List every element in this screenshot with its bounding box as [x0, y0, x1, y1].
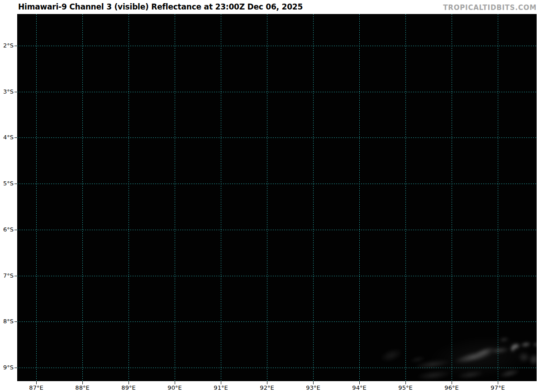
lon-tick-label: 93°E	[300, 384, 327, 392]
grid-line-latitude	[17, 137, 537, 138]
lon-tick-label: 90°E	[161, 384, 188, 392]
lon-tick-mark	[82, 381, 83, 384]
satellite-image-viewer: Himawari-9 Channel 3 (visible) Reflectan…	[0, 0, 543, 392]
lon-tick-mark	[313, 381, 314, 384]
grid-line-longitude	[498, 14, 498, 381]
cloud-blob	[533, 342, 537, 347]
grid-line-longitude	[452, 14, 452, 381]
lat-tick-label: 4°S	[0, 134, 14, 141]
lon-tick-mark	[267, 381, 267, 384]
grid-line-longitude	[129, 14, 129, 381]
grid-line-longitude	[36, 14, 37, 381]
lon-tick-mark	[405, 381, 406, 384]
cloud-blob	[378, 346, 405, 365]
lat-tick-label: 2°S	[0, 42, 14, 49]
lat-tick-mark	[14, 92, 17, 92]
lon-tick-label: 91°E	[207, 384, 234, 392]
cloud-blob	[416, 369, 451, 381]
lat-tick-mark	[14, 276, 17, 276]
lat-tick-label: 6°S	[0, 226, 14, 233]
lat-tick-mark	[14, 321, 17, 322]
lat-tick-mark	[14, 368, 17, 368]
grid-line-longitude	[82, 14, 83, 381]
lat-tick-mark	[14, 46, 17, 46]
lon-tick-label: 92°E	[253, 384, 281, 392]
lon-tick-mark	[36, 381, 37, 384]
lon-tick-label: 95°E	[392, 384, 419, 392]
lat-tick-mark	[14, 230, 17, 230]
lon-tick-mark	[221, 381, 221, 384]
lon-tick-mark	[129, 381, 129, 384]
tropicaltidbits-watermark: TROPICALTIDBITS.COM	[443, 4, 537, 12]
lat-tick-label: 7°S	[0, 272, 14, 279]
satellite-map	[17, 14, 537, 381]
lon-tick-label: 96°E	[438, 384, 465, 392]
cloud-blob	[518, 352, 530, 363]
lon-tick-label: 87°E	[23, 384, 50, 392]
grid-line-longitude	[175, 14, 175, 381]
lon-tick-label: 94°E	[346, 384, 373, 392]
grid-line-latitude	[17, 230, 537, 230]
grid-line-latitude	[17, 92, 537, 92]
lat-tick-label: 3°S	[0, 88, 14, 95]
cloud-imagery-layer	[17, 14, 537, 381]
grid-line-longitude	[267, 14, 267, 381]
lon-tick-label: 88°E	[69, 384, 96, 392]
grid-line-longitude	[221, 14, 221, 381]
grid-line-latitude	[17, 276, 537, 276]
lat-tick-mark	[14, 137, 17, 138]
grid-line-longitude	[359, 14, 360, 381]
grid-line-latitude	[17, 321, 537, 322]
lon-tick-mark	[498, 381, 498, 384]
grid-line-latitude	[17, 368, 537, 368]
lat-tick-mark	[14, 184, 17, 184]
cloud-blob	[510, 346, 515, 352]
grid-line-latitude	[17, 184, 537, 184]
lon-tick-mark	[175, 381, 175, 384]
lat-tick-label: 8°S	[0, 318, 14, 325]
lon-tick-label: 89°E	[115, 384, 142, 392]
lat-tick-label: 9°S	[0, 364, 14, 371]
grid-line-latitude	[17, 46, 537, 46]
grid-line-longitude	[313, 14, 314, 381]
lat-tick-label: 5°S	[0, 180, 14, 187]
lon-tick-label: 97°E	[484, 384, 511, 392]
map-title: Himawari-9 Channel 3 (visible) Reflectan…	[18, 2, 303, 11]
lon-tick-mark	[452, 381, 452, 384]
lon-tick-mark	[359, 381, 360, 384]
grid-line-longitude	[405, 14, 406, 381]
